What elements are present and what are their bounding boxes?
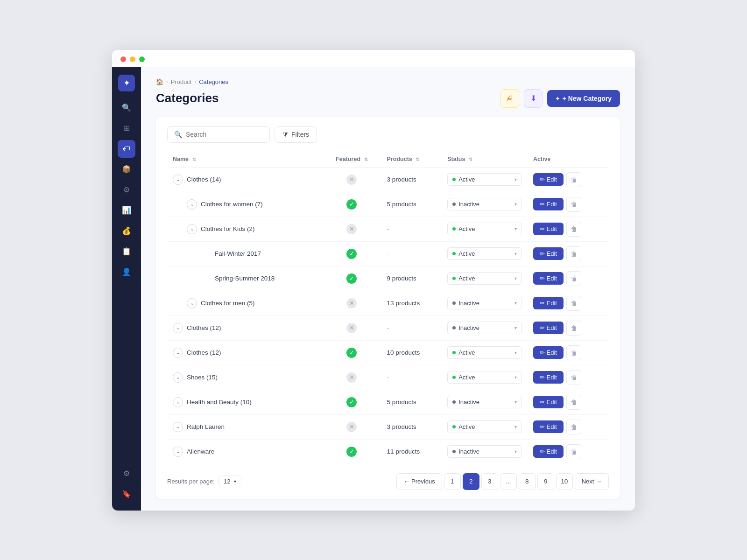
breadcrumb-categories[interactable]: Categories bbox=[199, 78, 228, 85]
status-dropdown[interactable]: Active▾ bbox=[447, 223, 522, 235]
sidebar-search-icon[interactable]: 🔍 bbox=[118, 99, 135, 117]
delete-button[interactable]: 🗑 bbox=[566, 345, 581, 360]
status-dropdown[interactable]: Inactive▾ bbox=[447, 445, 522, 458]
delete-button[interactable]: 🗑 bbox=[566, 172, 581, 187]
table-row: ⌄Shoes (15)✕-Active▾✏ Edit🗑 bbox=[167, 365, 609, 390]
edit-button[interactable]: ✏ Edit bbox=[533, 173, 564, 186]
expand-button[interactable]: ⌄ bbox=[173, 447, 183, 457]
edit-button[interactable]: ✏ Edit bbox=[533, 322, 564, 334]
delete-button[interactable]: 🗑 bbox=[566, 395, 581, 410]
status-dropdown[interactable]: Inactive▾ bbox=[447, 322, 522, 334]
actions-cell: ✏ Edit🗑 bbox=[528, 390, 609, 414]
expand-button[interactable]: ⌄ bbox=[173, 372, 183, 383]
status-label: Inactive bbox=[458, 201, 479, 208]
status-dropdown[interactable]: Inactive▾ bbox=[447, 198, 522, 210]
sidebar-chart-icon[interactable]: 📊 bbox=[118, 202, 135, 219]
sidebar-gear-icon[interactable]: ⚙ bbox=[118, 181, 135, 199]
sidebar-settings-icon[interactable]: ⚙ bbox=[118, 465, 135, 483]
edit-button[interactable]: ✏ Edit bbox=[533, 445, 564, 458]
breadcrumb-product[interactable]: Product bbox=[171, 78, 192, 85]
prev-button[interactable]: ← Previous bbox=[396, 473, 442, 490]
sidebar-list-icon[interactable]: 📋 bbox=[118, 243, 135, 260]
status-dropdown[interactable]: Active▾ bbox=[447, 173, 522, 186]
expand-button[interactable]: ⌄ bbox=[173, 348, 183, 358]
featured-check-icon: ✓ bbox=[346, 273, 357, 284]
delete-button[interactable]: 🗑 bbox=[566, 370, 581, 385]
col-products[interactable]: Products ⇅ bbox=[381, 152, 442, 168]
download-button[interactable]: ⬇ bbox=[524, 89, 543, 108]
expand-button[interactable]: ⌄ bbox=[173, 422, 183, 432]
col-name[interactable]: Name ⇅ bbox=[167, 152, 322, 168]
edit-button[interactable]: ✏ Edit bbox=[533, 198, 564, 210]
delete-button[interactable]: 🗑 bbox=[566, 222, 581, 237]
expand-button[interactable]: ⌄ bbox=[173, 175, 183, 185]
delete-button[interactable]: 🗑 bbox=[566, 246, 581, 261]
delete-button[interactable]: 🗑 bbox=[566, 296, 581, 311]
delete-button[interactable]: 🗑 bbox=[566, 197, 581, 212]
featured-check-icon: ✓ bbox=[346, 397, 357, 407]
name-cell: ⌄Clothes (12) bbox=[167, 315, 322, 340]
action-cell: ✏ Edit🗑 bbox=[533, 296, 603, 311]
close-dot[interactable] bbox=[120, 56, 126, 62]
actions-cell: ✏ Edit🗑 bbox=[528, 291, 609, 315]
page-9-button[interactable]: 9 bbox=[537, 473, 554, 490]
expand-button[interactable]: ⌄ bbox=[187, 224, 197, 234]
per-page-select[interactable]: 12 ▾ bbox=[218, 476, 241, 487]
col-featured[interactable]: Featured ⇅ bbox=[322, 152, 381, 168]
edit-button[interactable]: ✏ Edit bbox=[533, 247, 564, 260]
new-category-button[interactable]: + + New Category bbox=[547, 90, 620, 107]
breadcrumb-home-icon[interactable]: 🏠 bbox=[156, 78, 163, 85]
search-box[interactable]: 🔍 bbox=[167, 126, 270, 143]
sidebar-user-icon[interactable]: 👤 bbox=[118, 263, 135, 281]
page-8-button[interactable]: 8 bbox=[519, 473, 536, 490]
status-dropdown-arrow: ▾ bbox=[514, 424, 517, 429]
status-label: Inactive bbox=[458, 300, 479, 307]
status-dropdown[interactable]: Active▾ bbox=[447, 247, 522, 260]
edit-button[interactable]: ✏ Edit bbox=[533, 297, 564, 309]
print-button[interactable]: 🖨 bbox=[500, 89, 519, 108]
delete-button[interactable]: 🗑 bbox=[566, 444, 581, 459]
status-dropdown[interactable]: Inactive▾ bbox=[447, 297, 522, 309]
edit-button[interactable]: ✏ Edit bbox=[533, 223, 564, 235]
action-cell: ✏ Edit🗑 bbox=[533, 345, 603, 360]
edit-button[interactable]: ✏ Edit bbox=[533, 272, 564, 285]
delete-button[interactable]: 🗑 bbox=[566, 420, 581, 434]
table-row: ⌄Health and Beauty (10)✓5 productsInacti… bbox=[167, 390, 609, 414]
page-10-button[interactable]: 10 bbox=[556, 473, 573, 490]
minimize-dot[interactable] bbox=[130, 56, 135, 62]
status-dropdown[interactable]: Active▾ bbox=[447, 371, 522, 384]
actions-cell: ✏ Edit🗑 bbox=[528, 266, 609, 291]
sidebar-bookmark-icon[interactable]: 🔖 bbox=[118, 485, 135, 503]
status-dropdown[interactable]: Inactive▾ bbox=[447, 396, 522, 408]
status-cell: Inactive▾ bbox=[442, 315, 528, 340]
products-cell: - bbox=[381, 217, 442, 241]
expand-button[interactable]: ⌄ bbox=[187, 199, 197, 210]
col-status[interactable]: Status ⇅ bbox=[442, 152, 528, 168]
sidebar-box-icon[interactable]: 📦 bbox=[118, 161, 135, 178]
status-dropdown[interactable]: Active▾ bbox=[447, 346, 522, 359]
edit-button[interactable]: ✏ Edit bbox=[533, 420, 564, 433]
edit-button[interactable]: ✏ Edit bbox=[533, 396, 564, 408]
sidebar-tag-icon[interactable]: 🏷 bbox=[118, 140, 135, 158]
filters-button[interactable]: ⧩ Filters bbox=[275, 126, 317, 143]
edit-button[interactable]: ✏ Edit bbox=[533, 346, 564, 359]
maximize-dot[interactable] bbox=[139, 56, 145, 62]
status-dropdown[interactable]: Active▾ bbox=[447, 420, 522, 433]
delete-button[interactable]: 🗑 bbox=[566, 271, 581, 286]
next-button[interactable]: Next → bbox=[575, 473, 609, 490]
expand-button[interactable]: ⌄ bbox=[187, 298, 197, 308]
page-1-button[interactable]: 1 bbox=[444, 473, 461, 490]
page-2-button[interactable]: 2 bbox=[463, 473, 479, 490]
expand-button[interactable]: ⌄ bbox=[173, 323, 183, 333]
row-name: Ralph Lauren bbox=[187, 423, 225, 430]
page-3-button[interactable]: 3 bbox=[481, 473, 498, 490]
status-dropdown[interactable]: Active▾ bbox=[447, 272, 522, 285]
delete-button[interactable]: 🗑 bbox=[566, 321, 581, 336]
edit-button[interactable]: ✏ Edit bbox=[533, 371, 564, 384]
ellipsis-page[interactable]: ... bbox=[500, 473, 517, 490]
sidebar-home-icon[interactable]: ⊞ bbox=[118, 119, 135, 137]
sidebar-dollar-icon[interactable]: 💰 bbox=[118, 222, 135, 240]
expand-button[interactable]: ⌄ bbox=[173, 397, 183, 407]
status-cell: Active▾ bbox=[442, 340, 528, 365]
search-input[interactable] bbox=[186, 131, 263, 138]
